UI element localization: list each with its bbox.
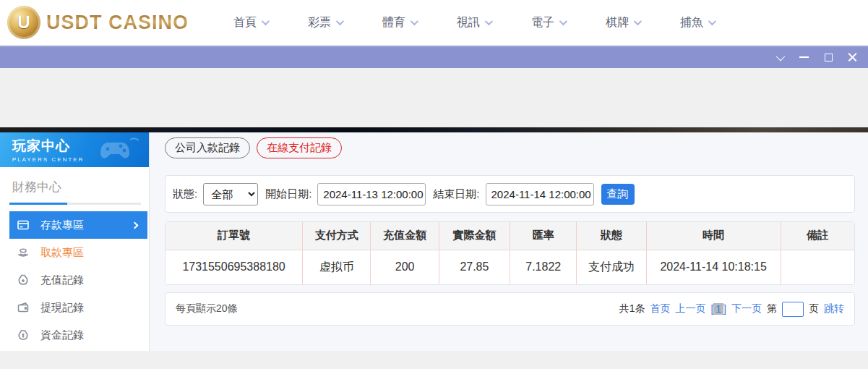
records-table: 訂單號 支付方式 充值金額 實際金額 匯率 狀態 時間 備註 173155069…	[166, 222, 854, 284]
record-tabs: 公司入款記錄 在線支付記錄	[165, 137, 868, 158]
chevron-down-icon	[634, 17, 642, 25]
jump-prefix-label: 第	[767, 302, 777, 315]
gamepad-icon	[98, 135, 143, 164]
first-page-link[interactable]: 首页	[650, 302, 670, 315]
table-header-row: 訂單號 支付方式 充值金額 實際金額 匯率 狀態 時間 備註	[166, 222, 854, 250]
page-gap	[0, 68, 868, 127]
end-date-label: 結束日期:	[433, 187, 479, 201]
sidebar-item-funds-records[interactable]: 資金記錄	[9, 321, 147, 349]
jump-page-input[interactable]	[782, 302, 804, 317]
window-title-bar	[0, 45, 868, 68]
section-underline	[9, 203, 141, 205]
finance-center-heading: 財務中心	[0, 167, 149, 195]
site-header: U USDT CASINO 首頁 彩票 體育 視訊 電子 棋牌 捕魚	[0, 0, 868, 45]
end-date-input[interactable]	[486, 183, 594, 205]
players-center-header: 玩家中心 PLAYERS CENTER	[0, 132, 149, 167]
cell-actual-amount: 27.85	[439, 250, 510, 284]
funds-record-icon	[17, 328, 30, 342]
sidebar-item-label: 資金記錄	[40, 328, 84, 342]
col-actual-amount: 實際金額	[439, 222, 510, 250]
total-count-text: 共1条	[619, 302, 645, 315]
next-page-link[interactable]: 下一页	[731, 302, 762, 315]
cell-time: 2024-11-14 10:18:15	[646, 250, 781, 284]
col-status: 狀態	[577, 222, 646, 250]
sidebar-item-withdrawal-records[interactable]: 提現記錄	[9, 294, 147, 321]
page-bottom-gap	[0, 351, 868, 369]
cell-remark	[781, 250, 854, 284]
col-rate: 匯率	[510, 222, 576, 250]
nav-label: 捕魚	[680, 15, 703, 30]
chevron-down-icon	[411, 17, 418, 25]
deposit-card-icon	[17, 219, 30, 232]
bracket-close: ]	[723, 303, 726, 315]
nav-label: 視訊	[457, 15, 480, 30]
main-panel: 公司入款記錄 在線支付記錄 狀態: 全部 開始日期: 結束日期: 查詢	[150, 132, 868, 351]
brand-logo[interactable]: U USDT CASINO	[7, 6, 189, 39]
current-page-indicator: [1]	[710, 303, 726, 315]
sidebar-item-withdraw-area[interactable]: 取款專區	[9, 239, 147, 266]
nav-item-slots[interactable]: 電子	[531, 15, 565, 30]
cell-amount: 200	[371, 250, 439, 284]
tab-online-payment-records[interactable]: 在線支付記錄	[257, 137, 342, 158]
chevron-down-icon	[485, 17, 493, 25]
cell-rate: 7.1822	[510, 250, 576, 284]
chevron-down-icon	[336, 17, 344, 25]
nav-item-home[interactable]: 首頁	[233, 15, 267, 30]
chevron-down-icon	[559, 17, 567, 25]
nav-item-sports[interactable]: 體育	[382, 15, 416, 30]
nav-label: 彩票	[308, 15, 331, 30]
col-order-no: 訂單號	[166, 222, 303, 250]
sidebar-item-recharge-records[interactable]: 充值記錄	[9, 266, 147, 294]
sidebar-item-label: 提現記錄	[40, 301, 84, 315]
cell-pay-method: 虚拟币	[303, 250, 371, 284]
col-pay-method: 支付方式	[303, 222, 371, 250]
sidebar-item-deposit-area[interactable]: 存款專區	[9, 211, 147, 239]
chevron-right-icon	[132, 221, 139, 229]
start-date-input[interactable]	[317, 183, 426, 205]
prev-page-link[interactable]: 上一页	[675, 302, 705, 315]
window-chevron-down-icon[interactable]	[774, 52, 784, 62]
col-remark: 備註	[781, 222, 854, 250]
window-maximize-icon[interactable]	[823, 52, 833, 62]
tab-company-deposit-records[interactable]: 公司入款記錄	[165, 137, 250, 158]
nav-label: 電子	[531, 15, 554, 30]
search-button[interactable]: 查詢	[601, 184, 635, 205]
nav-label: 體育	[382, 15, 405, 30]
page-size-text: 每頁顯示20條	[176, 302, 238, 315]
table-row: 1731550695388180 虚拟币 200 27.85 7.1822 支付…	[166, 250, 854, 284]
content-region: 玩家中心 PLAYERS CENTER 財務中心 存款專區	[0, 132, 868, 351]
jump-suffix-label: 页	[809, 302, 819, 315]
status-label: 狀態:	[173, 187, 197, 201]
sidebar-item-label: 存款專區	[40, 219, 84, 232]
nav-label: 棋牌	[606, 15, 629, 30]
sidebar-menu: 存款專區 取款專區 充值記錄 提現記錄	[0, 211, 149, 349]
nav-item-fishing[interactable]: 捕魚	[680, 15, 714, 30]
records-table-card: 訂單號 支付方式 充值金額 實際金額 匯率 狀態 時間 備註 173155069…	[165, 221, 855, 285]
minimize-icon	[799, 56, 809, 58]
chevron-down-icon	[262, 17, 270, 25]
cell-status: 支付成功	[577, 250, 646, 284]
cell-order-no: 1731550695388180	[166, 250, 303, 284]
chevron-down-icon	[708, 17, 716, 25]
pagination-bar: 每頁顯示20條 共1条 首页 上一页 [1] 下一页 第 页 跳转	[165, 292, 855, 326]
window-close-icon[interactable]	[848, 52, 858, 62]
logo-letter: U	[17, 12, 30, 33]
jump-button[interactable]: 跳转	[824, 302, 844, 315]
chevron-down-icon	[775, 51, 785, 61]
start-date-label: 開始日期:	[265, 187, 311, 201]
brand-name: USDT CASINO	[46, 12, 189, 34]
nav-item-live-video[interactable]: 視訊	[457, 15, 491, 30]
window-controls	[774, 52, 868, 62]
window-minimize-icon[interactable]	[799, 52, 809, 62]
sidebar-item-label: 充值記錄	[40, 273, 84, 287]
col-amount: 充值金額	[371, 222, 439, 250]
current-page-number: 1	[713, 303, 723, 315]
maximize-icon	[825, 54, 833, 62]
nav-item-board-games[interactable]: 棋牌	[606, 15, 640, 30]
col-time: 時間	[646, 222, 781, 250]
nav-label: 首頁	[233, 15, 257, 30]
status-select[interactable]: 全部	[203, 183, 258, 205]
banner-edge-strip	[0, 127, 868, 132]
nav-item-lottery[interactable]: 彩票	[308, 15, 342, 30]
withdraw-hand-icon	[17, 246, 30, 259]
